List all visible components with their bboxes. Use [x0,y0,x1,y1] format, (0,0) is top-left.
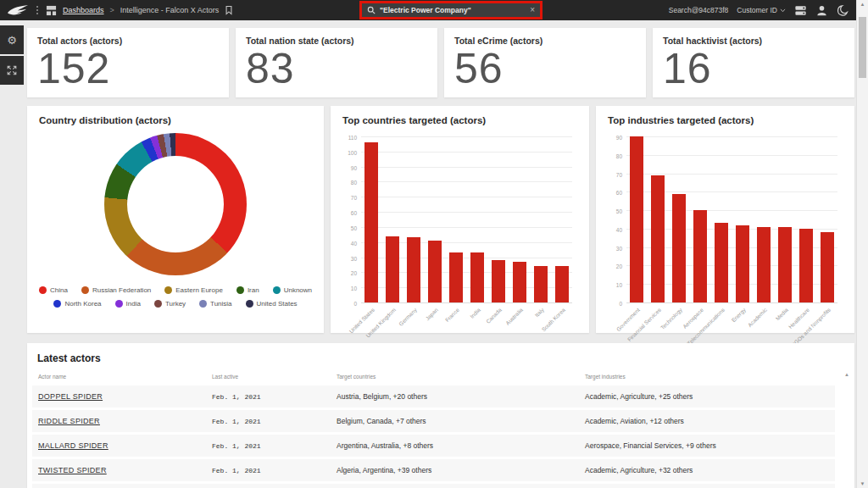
legend-label: Eastern Europe [175,286,223,294]
bar[interactable] [513,262,526,302]
bar[interactable] [449,252,463,302]
user-profile-icon[interactable] [815,4,828,17]
actor-link[interactable]: MALLARD SPIDER [38,441,212,450]
page-scrollbar[interactable]: ▲ ▼ [856,0,868,488]
countries-bar-chart: 0102030405060708090100110 United StatesU… [342,137,572,303]
country-donut-chart[interactable] [104,133,247,275]
bar[interactable] [555,266,569,302]
legend-label: Russian Federation [92,286,151,294]
table-row[interactable]: RIDDLE SPIDERFeb. 1, 2021Belgium, Canada… [32,410,835,432]
bar[interactable] [492,260,505,302]
donut-chart-wrap [39,133,312,275]
legend-item[interactable]: North Korea [53,300,101,308]
legend-item[interactable]: China [39,286,68,294]
donut-legend-row-1: ChinaRussian FederationEastern EuropeIra… [39,286,312,294]
dashboards-grid-icon[interactable] [46,5,57,16]
scroll-down-icon[interactable]: ▼ [857,481,868,486]
legend-label: North Korea [64,300,101,308]
bar[interactable] [364,142,378,302]
bar[interactable] [630,136,643,302]
bar[interactable] [693,210,707,302]
bar[interactable] [715,223,728,302]
y-axis-tick-label: 100 [348,149,357,155]
gridline [361,227,572,228]
bar[interactable] [778,227,792,302]
actor-link[interactable]: DOPPEL SPIDER [38,392,212,401]
y-axis-tick-label: 50 [351,225,357,230]
bar[interactable] [821,232,834,302]
y-axis-tick-label: 70 [616,171,622,177]
bar[interactable] [470,252,484,302]
legend-item[interactable]: India [115,300,141,308]
bar[interactable] [736,225,749,302]
legend-label: Iran [248,286,259,294]
search-clear-icon[interactable]: × [530,6,535,14]
crowdstrike-falcon-logo-icon[interactable] [7,4,29,17]
target-industries-cell: Aerospace, Financial Services, +9 others [585,441,835,450]
expand-arrows-icon [6,64,18,76]
legend-item[interactable]: Russian Federation [81,286,151,294]
y-axis-tick-label: 90 [616,135,622,141]
y-axis-tick-label: 90 [351,164,357,170]
y-axis-tick-label: 0 [619,301,622,307]
stat-value: 56 [454,49,636,88]
scrollbar-thumb[interactable] [859,17,866,78]
search-input[interactable] [380,6,526,14]
legend-dot-icon [81,286,89,294]
stat-value: 83 [246,49,427,88]
y-axis: 0102030405060708090 [608,137,626,303]
bar[interactable] [757,227,771,302]
legend-item[interactable]: Tunisia [199,300,232,308]
bar[interactable] [428,241,442,302]
charts-row: Country distribution (actors) ChinaRussi… [27,106,854,333]
latest-actors-panel: Latest actors Actor nameLast activeTarge… [27,343,854,488]
bar[interactable] [534,266,548,302]
table-scroll-up-icon[interactable]: ▲ [844,372,849,377]
table-row[interactable]: DOPPEL SPIDERFeb. 1, 2021Austria, Belgiu… [32,385,835,408]
bar[interactable] [651,175,665,302]
target-industries-cell: Academic, Aviation, +12 others [585,417,835,425]
bookmark-icon[interactable] [225,5,233,15]
gridline [361,212,572,213]
legend-item[interactable]: Unknown [273,286,312,294]
legend-item[interactable]: Eastern Europe [164,286,223,294]
gridline [361,302,572,303]
table-row[interactable]: TWISTED SPIDERFeb. 1, 2021Algeria, Argen… [32,459,835,481]
table-title: Latest actors [37,352,843,364]
legend-item[interactable]: Iran [236,286,259,294]
topbar-right: Search@94c873f8 Customer ID [669,4,849,17]
gridline [361,197,572,197]
legend-item[interactable]: United States [246,300,298,308]
panel-title: Top countries targeted (actors) [342,115,577,125]
legend-item[interactable]: Turkey [154,300,186,308]
legend-dot-icon [53,300,61,308]
bar[interactable] [407,237,420,302]
panel-title: Top industries targeted (actors) [608,115,843,125]
global-search[interactable]: × [362,3,540,17]
y-axis-tick-label: 40 [616,226,622,232]
kebab-menu-icon[interactable] [35,4,40,16]
target-industries-cell: Academic, Agriculture, +32 others [585,466,835,474]
legend-dot-icon [164,286,172,294]
dark-mode-moon-icon[interactable] [837,4,849,17]
legend-dot-icon [273,286,281,294]
gridline [626,302,837,303]
apps-stack-icon[interactable] [794,4,807,17]
fullscreen-button[interactable] [0,56,24,85]
actor-link[interactable]: TWISTED SPIDER [38,466,212,474]
stat-card-total-actors: Total actors (actors) 152 [27,28,229,97]
gridline [361,167,572,168]
actor-link[interactable]: RIDDLE SPIDER [38,417,212,425]
legend-dot-icon [154,300,162,308]
table-row[interactable]: MALLARD SPIDERFeb. 1, 2021Argentina, Aus… [32,435,835,457]
y-axis-tick-label: 70 [351,195,357,201]
bar[interactable] [799,229,813,302]
bar[interactable] [672,194,686,302]
scroll-up-icon[interactable]: ▲ [857,2,868,7]
settings-button[interactable]: ⚙ [0,25,24,54]
breadcrumb-dashboards-link[interactable]: Dashboards [63,6,104,14]
customer-id-menu[interactable]: Customer ID [737,6,786,14]
bar[interactable] [386,236,399,302]
search-icon [367,6,376,14]
industries-bar-chart: 0102030405060708090 GovernmentFinancial … [608,137,837,303]
